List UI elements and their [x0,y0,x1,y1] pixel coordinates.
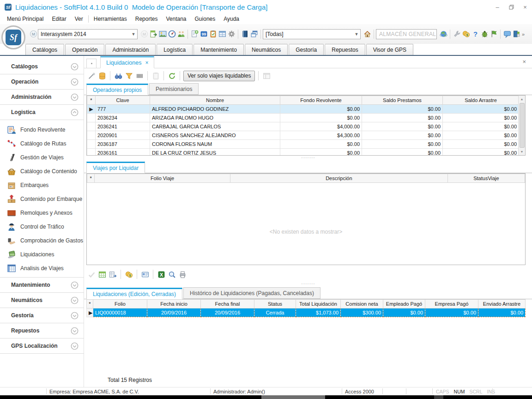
column-header[interactable]: StatusViaje [447,174,525,183]
sidebar-section-operación[interactable]: Operación [0,74,84,90]
binoculars-icon[interactable] [114,71,123,80]
sidebar-section-gestoría[interactable]: Gestoría [0,308,84,323]
column-header[interactable]: Empleado Pagó [383,300,425,308]
sidebar-item-control-de-tráfico[interactable]: Control de Tráfico [0,220,84,234]
column-header[interactable]: * [87,300,93,308]
notebook-icon[interactable] [240,30,249,39]
column-header[interactable]: Descripción [230,174,447,183]
column-header[interactable]: Folio [93,300,147,308]
column-header[interactable]: Fecha inicio [147,300,201,308]
filter-icon[interactable] [124,71,133,80]
help-icon[interactable]: ? [471,30,480,39]
column-header[interactable]: * [87,96,96,105]
chat-icon[interactable] [502,30,512,39]
sidebar-section-logistica[interactable]: Logistica [0,105,84,120]
minimize-button[interactable]: – [490,0,504,14]
vertical-scrollbar[interactable]: ▲ ▼ [518,96,525,155]
module-tab-logística[interactable]: Logística [157,44,193,55]
restore-button[interactable] [504,0,518,14]
table-row[interactable]: 2036161DE LA CRUZ ORTIZ JESUS $0.00$0.00… [87,149,519,156]
menu-item-7[interactable]: Guiones [191,15,220,23]
table-row[interactable]: 2020901CISNEROS SANCHEZ ALEJANDRO $4,300… [87,131,519,140]
column-header[interactable]: Folio Viaje [95,174,230,183]
tab-permisionarios[interactable]: Permisionarios [149,83,199,95]
sidebar-item-remolques-y-anexos[interactable]: Remolques y Anexos [0,206,84,220]
menu-item-4[interactable]: Herramientas [90,15,131,23]
grid-green-icon[interactable] [97,270,107,279]
sidebar-item-analisis-de-viajes[interactable]: Analisis de Viajes [0,261,84,275]
m-badge-icon[interactable]: M [29,30,38,39]
refresh-icon[interactable] [167,71,176,80]
toolbar-overflow-chevron[interactable]: » [522,31,525,37]
gauge-icon[interactable] [167,30,176,39]
profile-combobox[interactable]: Interasystem 2014 ▼ [38,29,138,39]
table-row[interactable]: ▶LIQ0000001820/09/201620/09/2016 Cerrada… [87,308,526,317]
tab-histórico-de-liquidaciones-pagadas-canceladas-[interactable]: Histórico de Liquidaciones (Pagadas, Can… [183,287,320,299]
sidebar-item-contenido-por-embarque[interactable]: Contenido por Embarque [0,192,84,206]
document-tab-liquidaciones[interactable]: Liquidaciones × [100,56,154,68]
sidebar-section-repuestos[interactable]: Repuestos [0,323,84,339]
scroll-up-icon[interactable]: ▲ [519,96,526,103]
export-table-icon[interactable] [149,30,158,39]
tab-operadores-propios[interactable]: Operadores propios [86,84,148,95]
menu-item-5[interactable]: Reportes [131,15,162,23]
splitter-handle[interactable]: ······· [84,282,532,287]
coins-small-icon[interactable]: $ [124,270,133,279]
users-icon[interactable] [176,30,186,39]
barcode-icon[interactable] [135,71,144,80]
ver-solo-viajes-button[interactable]: Ver solo viajes liquidables [183,71,255,81]
tab-liquidaciones-edición-cerradas-[interactable]: Liquidaciones (Edición, Cerradas) [86,288,182,299]
module-tab-catálogos[interactable]: Catálogos [25,44,64,55]
new-document-icon[interactable] [190,30,199,39]
sidebar-item-comprobación-de-gastos[interactable]: Comprobación de Gastos [0,234,84,248]
image-icon[interactable] [158,30,167,39]
sidebar-section-gps-localización[interactable]: GPS Localización [0,339,84,354]
coins-icon[interactable]: $ [461,30,471,39]
gear-icon[interactable] [227,30,236,39]
form-icon[interactable] [218,30,227,39]
exit-door-icon[interactable] [512,30,521,39]
column-header[interactable]: Nombre [150,96,280,105]
sidebar-section-catálogos[interactable]: Catálogos [0,59,84,74]
warehouse-input[interactable]: ALMACÉN GENERAL [376,29,437,39]
module-tab-visor-de-gps[interactable]: Visor de GPS [366,44,413,55]
database-icon[interactable] [97,71,107,80]
bug-icon[interactable] [480,30,489,39]
column-header[interactable]: Status [254,300,296,308]
module-tab-repuestos[interactable]: Repuestos [325,44,365,55]
clipboard-check-icon[interactable] [208,30,218,39]
module-tab-gestoría[interactable]: Gestoría [289,44,324,55]
cascade-windows-icon[interactable] [249,30,259,39]
menu-item-3[interactable]: Ver [71,15,87,23]
wizard-icon[interactable] [87,71,96,80]
module-tab-mantenimiento[interactable]: Mantenimiento [193,44,244,55]
menu-item-1[interactable]: Menú Principal [3,15,48,23]
column-header[interactable]: Empresa Pagó [425,300,478,308]
column-header[interactable]: Saldo Arrastre [443,96,519,105]
globe-icon[interactable] [439,30,448,39]
sidebar-item-gestión-de-viajes[interactable]: Gestión de Viajes [0,151,84,164]
table-row[interactable]: 2036241CARBAJAL GARCIA CARLOS $4,000.00$… [87,122,519,131]
sidebar-item-catálogo-de-rutas[interactable]: Catálogo de Rutas [0,137,84,151]
column-header[interactable]: Clave [96,96,150,105]
sidebar-section-neumáticos[interactable]: Neumáticos [0,293,84,308]
sidebar-section-administración[interactable]: Administración [0,90,84,105]
sidebar-item-embarques[interactable]: Embarques [0,178,84,192]
column-header[interactable]: * [87,174,95,183]
module-tab-administración[interactable]: Administración [105,44,156,55]
module-tab-neumáticos[interactable]: Neumáticos [245,44,288,55]
scrollbar-thumb[interactable] [520,103,525,148]
badge-99-icon[interactable]: 99 [199,30,208,39]
scroll-down-icon[interactable]: ▼ [519,148,526,155]
column-header[interactable]: Total Liquidación [296,300,341,308]
todas-combobox[interactable]: [Todas] ▼ [263,29,361,39]
table-row[interactable]: 2036234ARIZAGA PALOMO HUGO $0.00$0.00$0.… [87,114,519,122]
splitter-handle[interactable]: ······· [84,156,532,161]
sidebar-item-catálogo-de-contenido[interactable]: Catálogo de Contenido [0,164,84,178]
menu-item-6[interactable]: Ventana [162,15,190,23]
sidebar-item-fondo-revolvente[interactable]: Fondo Revolvente [0,123,84,137]
menu-item-8[interactable]: Ayuda [219,15,243,23]
menu-item-2[interactable]: Editar [48,15,70,23]
column-header[interactable]: Comision neta [341,300,383,308]
flag-icon[interactable] [489,30,498,39]
